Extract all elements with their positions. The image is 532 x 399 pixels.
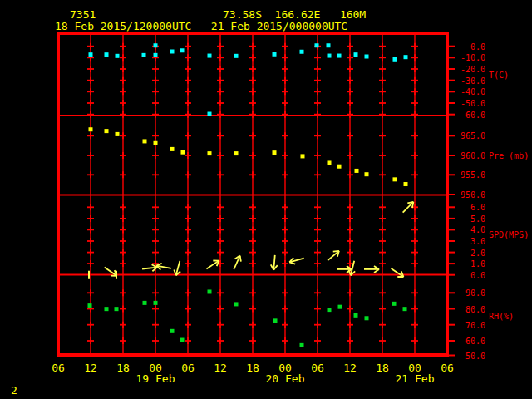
panel-label-pressure: Pre (mb) [489, 151, 529, 160]
y-tick-label-temperature: -60.0 [442, 111, 485, 120]
pressure-point [116, 132, 120, 136]
y-tick-label-humidity: 60.0 [442, 337, 485, 346]
wind-arrow [389, 266, 405, 280]
y-tick-label-temperature: -30.0 [442, 76, 485, 86]
temperature-point [154, 53, 158, 57]
pressure-point [355, 169, 359, 173]
temperature-point [354, 52, 358, 57]
humidity-point [403, 307, 407, 311]
temperature-point [154, 43, 158, 47]
temperature-point [404, 55, 408, 59]
x-tick-label: 18 [366, 362, 399, 373]
temperature-point [365, 55, 369, 59]
y-tick-label-temperature: -10.0 [442, 53, 485, 62]
x-tick-label: 06 [171, 362, 204, 373]
pressure-point [404, 182, 408, 186]
x-tick-label: 06 [42, 362, 75, 373]
station-id: 7351 [70, 9, 96, 20]
y-tick-label-pressure: 960.0 [442, 151, 485, 160]
wind-arrow [270, 254, 278, 270]
temperature-point [208, 112, 212, 116]
pressure-point [170, 147, 175, 151]
y-tick-label-temperature: -20.0 [442, 65, 485, 74]
temperature-point [300, 50, 304, 54]
temperature-point [170, 49, 175, 53]
humidity-point [365, 316, 369, 320]
pressure-point [393, 177, 397, 181]
wind-arrow [173, 260, 183, 276]
temperature-point [180, 48, 185, 52]
wind-arrow [231, 254, 244, 271]
y-tick-label-pressure: 955.0 [442, 170, 485, 180]
y-tick-label-humidity: 70.0 [442, 321, 485, 330]
x-tick-label: 18 [106, 362, 140, 373]
temperature-point [315, 43, 319, 47]
page-number: 2 [11, 385, 17, 396]
temperature-point [105, 52, 109, 57]
wind-arrow [288, 255, 304, 265]
humidity-point [338, 305, 342, 309]
pressure-point [365, 172, 369, 176]
humidity-point [234, 302, 239, 306]
y-tick-label-wind_speed: 0.0 [442, 271, 485, 280]
humidity-point [105, 307, 109, 311]
pressure-point [301, 154, 305, 158]
temperature-point [208, 54, 212, 58]
humidity-point [392, 302, 397, 306]
pressure-point [154, 141, 158, 145]
temperature-point [337, 54, 342, 58]
pressure-point [273, 150, 277, 155]
temperature-point [234, 54, 239, 58]
panel-label-humidity: RH(%) [489, 312, 514, 321]
x-tick-label: 06 [431, 362, 464, 373]
humidity-point [273, 318, 278, 323]
y-tick-label-wind_speed: 6.0 [442, 203, 485, 212]
y-tick-label-wind_speed: 3.0 [442, 237, 485, 246]
time-range: 18 Feb 2015/120000UTC - 21 Feb 2015/0000… [55, 21, 347, 32]
y-tick-label-temperature: -40.0 [442, 87, 485, 96]
x-tick-label: 12 [204, 362, 237, 373]
temperature-point [327, 43, 331, 47]
temperature-point [142, 53, 146, 57]
temperature-point [393, 57, 397, 62]
meteogram-screen: 7351 73.58S 166.62E 160M 18 Feb 2015/120… [0, 0, 532, 399]
y-tick-label-wind_speed: 1.0 [442, 259, 485, 268]
wind-arrow [326, 249, 342, 264]
pressure-point [143, 139, 147, 143]
date-label: 20 Feb [260, 373, 310, 384]
pressure-point [105, 129, 109, 133]
temperature-point [328, 54, 332, 58]
y-tick-label-humidity: 80.0 [442, 305, 485, 314]
y-tick-label-wind_speed: 5.0 [442, 214, 485, 224]
y-tick-label-humidity: 90.0 [442, 288, 485, 298]
y-tick-label-wind_speed: 4.0 [442, 225, 485, 234]
temperature-point [89, 52, 93, 57]
humidity-point [115, 307, 119, 311]
y-tick-label-temperature: 0.0 [442, 42, 485, 52]
wind-arrow [204, 258, 220, 272]
humidity-point [354, 313, 358, 318]
humidity-point [328, 308, 332, 312]
humidity-point [170, 329, 175, 333]
y-tick-label-wind_speed: 2.0 [442, 249, 485, 258]
station-location: 73.58S 166.62E 160M [223, 9, 366, 20]
y-tick-label-pressure: 965.0 [442, 131, 485, 140]
humidity-point [300, 343, 304, 347]
humidity-point [143, 301, 147, 305]
x-tick-label: 18 [236, 362, 269, 373]
date-label: 19 Feb [131, 373, 180, 384]
pressure-point [328, 160, 332, 165]
temperature-point [273, 52, 277, 57]
y-tick-label-temperature: -50.0 [442, 99, 485, 108]
humidity-point [180, 338, 185, 342]
x-tick-label: 06 [301, 362, 334, 373]
x-tick-label: 12 [74, 362, 107, 373]
temperature-point [116, 54, 120, 58]
date-label: 21 Feb [390, 373, 440, 384]
humidity-point [88, 303, 92, 308]
y-tick-label-humidity: 50.0 [442, 352, 485, 361]
humidity-point [208, 289, 212, 293]
y-tick-label-pressure: 950.0 [442, 190, 485, 200]
pressure-point [181, 150, 185, 155]
pressure-point [89, 127, 93, 131]
